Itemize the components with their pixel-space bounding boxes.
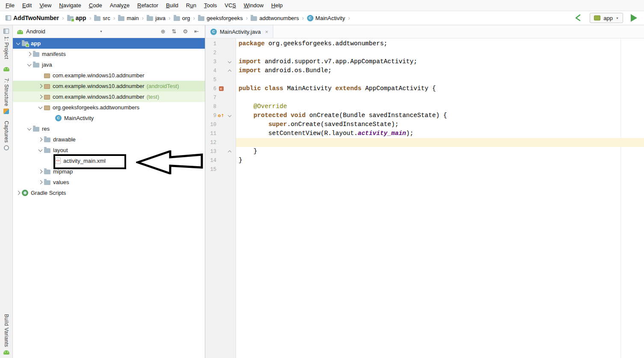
chevron-right-icon[interactable] (15, 190, 22, 196)
code-line-9[interactable]: protected void onCreate(Bundle savedInst… (236, 111, 644, 120)
tool-button-build-variants[interactable]: Build Variants (3, 314, 9, 355)
breadcrumb-item-app[interactable]: app (67, 14, 87, 22)
chevron-right-icon[interactable] (37, 137, 44, 143)
tree-item-com-example-windows10-addnumber[interactable]: com.example.windows10.addnumber (13, 70, 205, 81)
chevron-right-icon[interactable] (37, 179, 44, 185)
breadcrumb-separator-icon: › (142, 15, 144, 21)
code-line-11[interactable]: setContentView(R.layout.activity_main); (236, 129, 644, 138)
chevron-right-icon[interactable] (37, 94, 44, 100)
chevron-down-icon[interactable] (37, 147, 44, 153)
settings-icon[interactable]: ⚙ (183, 28, 188, 35)
code-line-6[interactable]: public class MainActivity extends AppCom… (236, 84, 644, 93)
line-number: 4 (205, 68, 216, 74)
fold-open-icon[interactable] (226, 61, 233, 63)
tree-item-activity-main-xml[interactable]: activity_main.xml (13, 156, 205, 166)
run-config-select[interactable]: app ▼ (590, 13, 623, 23)
locate-icon[interactable]: ⊕ (161, 28, 165, 35)
tree-item-mipmap[interactable]: mipmap (13, 166, 205, 177)
tree-item-gradle-scripts[interactable]: Gradle Scripts (13, 188, 205, 198)
project-panel-header: Android ▼ ⊕⇅⚙⇤ (13, 25, 205, 38)
back-arrow-icon[interactable] (573, 14, 582, 22)
line-number: 2 (205, 50, 216, 56)
tab-mainactivity-java[interactable]: MainActivity.java × (205, 25, 273, 38)
menu-item-vcs[interactable]: VCS (221, 1, 240, 10)
hide-panel-icon[interactable]: ⇤ (194, 28, 199, 35)
tree-item-layout[interactable]: layout (13, 145, 205, 156)
menu-item-build[interactable]: Build (162, 1, 182, 10)
stripe-bottom-group: Build Variants (3, 314, 9, 355)
breadcrumb-item-mainactivity[interactable]: MainActivity (307, 14, 346, 22)
scroll-from-source-icon[interactable]: ⇅ (172, 28, 177, 35)
tool-button-captures[interactable]: Captures (3, 121, 9, 150)
tree-item-org-geeksforgeeks-addtwonumbers[interactable]: org.geeksforgeeks.addtwonumbers (13, 102, 205, 113)
code-line-4[interactable]: import android.os.Bundle; (236, 66, 644, 75)
chevron-down-icon[interactable] (37, 105, 44, 111)
breadcrumb-item-org[interactable]: org (173, 14, 191, 22)
code-line-14[interactable]: } (236, 156, 644, 165)
chevron-right-icon[interactable] (37, 169, 44, 175)
breadcrumb-item-src[interactable]: src (94, 14, 110, 22)
code-pane[interactable]: package org.geeksforgeeks.addtwonumbers;… (236, 38, 644, 358)
class-icon (210, 29, 217, 35)
fold-close-icon[interactable] (226, 69, 233, 73)
tool-button-1-project[interactable]: 1: Project (3, 29, 9, 59)
close-icon[interactable]: × (265, 29, 269, 35)
breadcrumb-item-addtwonumbers[interactable]: addtwonumbers (250, 14, 299, 22)
android-button[interactable] (3, 66, 9, 71)
menu-item-navigate[interactable]: Navigate (55, 1, 85, 10)
code-line-5[interactable] (236, 75, 644, 84)
chevron-right-icon[interactable] (37, 83, 44, 89)
code-line-7[interactable] (236, 93, 644, 102)
breadcrumb-separator-icon: › (62, 15, 64, 21)
menu-item-edit[interactable]: Edit (18, 1, 35, 10)
breadcrumb-item-geeksforgeeks[interactable]: geeksforgeeks (198, 14, 243, 22)
menu-item-view[interactable]: View (35, 1, 55, 10)
line-number: 10 (205, 122, 216, 128)
code-line-15[interactable] (236, 165, 644, 174)
tree-item-manifests[interactable]: manifests (13, 49, 205, 59)
menu-item-window[interactable]: Window (240, 1, 267, 10)
chevron-down-icon[interactable] (26, 126, 33, 132)
menu-item-help[interactable]: Help (267, 1, 287, 10)
fold-close-icon[interactable] (226, 150, 233, 153)
code-line-2[interactable] (236, 48, 644, 57)
menu-item-run[interactable]: Run (182, 1, 200, 10)
chevron-down-icon: ▼ (616, 17, 619, 20)
menu-item-analyze[interactable]: Analyze (106, 1, 133, 10)
chevron-down-icon[interactable] (15, 41, 22, 47)
tree-item-drawable[interactable]: drawable (13, 134, 205, 145)
tree-item-java[interactable]: java (13, 59, 205, 70)
menu-item-file[interactable]: File (2, 1, 18, 10)
tree-item-com-example-windows10-addnumber-test[interactable]: com.example.windows10.addnumber(test) (13, 91, 205, 102)
chevron-down-icon[interactable] (26, 62, 33, 68)
tree-item-com-example-windows10-addnumber-androidtest[interactable]: com.example.windows10.addnumber(androidT… (13, 81, 205, 91)
folder-icon (33, 127, 39, 132)
code-line-13[interactable]: } (236, 147, 644, 156)
menu-item-refactor[interactable]: Refactor (133, 1, 162, 10)
overriding-method-gutter-icon[interactable]: o↑ (216, 113, 226, 118)
tree-item-label: res (42, 126, 50, 132)
code-line-8[interactable]: @Override (236, 102, 644, 111)
tree-item-app[interactable]: app (13, 38, 205, 49)
code-line-3[interactable]: import android.support.v7.app.AppCompatA… (236, 57, 644, 66)
chevron-right-icon[interactable] (26, 51, 33, 57)
code-line-12[interactable] (236, 138, 644, 147)
xml-icon (55, 158, 61, 164)
project-view-selector[interactable]: Android ▼ (17, 28, 103, 35)
tree-item-res[interactable]: res (13, 123, 205, 134)
breadcrumb-item-java[interactable]: java (146, 14, 166, 22)
tree-item-mainactivity[interactable]: MainActivity (13, 113, 205, 123)
run-button[interactable] (631, 14, 637, 22)
menu-item-tools[interactable]: Tools (200, 1, 221, 10)
breadcrumb-label: src (103, 15, 110, 21)
class-gutter-icon[interactable]: c (216, 86, 226, 91)
class-icon (307, 15, 313, 21)
code-line-1[interactable]: package org.geeksforgeeks.addtwonumbers; (236, 39, 644, 48)
fold-open-icon[interactable] (226, 115, 233, 117)
code-line-10[interactable]: super.onCreate(savedInstanceState); (236, 120, 644, 129)
breadcrumb-item-addtwonumber[interactable]: AddTwoNumber (5, 14, 59, 22)
tool-button-7-structure[interactable]: 7: Structure (3, 78, 9, 114)
tree-item-values[interactable]: values (13, 177, 205, 188)
menu-item-code[interactable]: Code (85, 1, 106, 10)
breadcrumb-item-main[interactable]: main (118, 14, 139, 22)
